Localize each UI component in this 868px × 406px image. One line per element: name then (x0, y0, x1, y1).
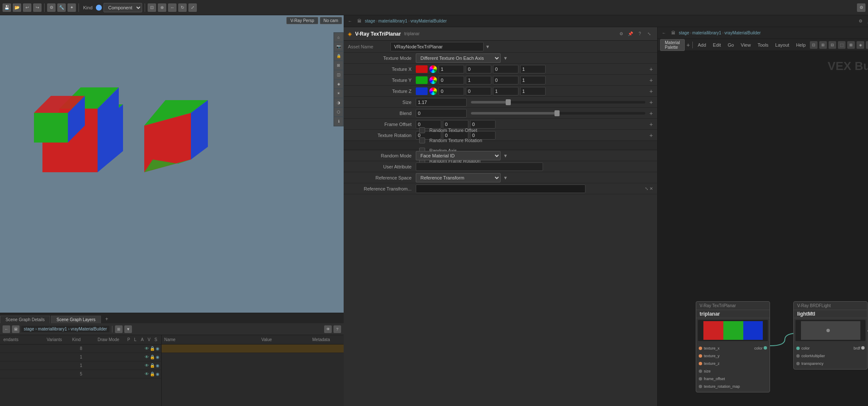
ng-stage-icon[interactable]: 🏛 (669, 29, 677, 37)
row-vis-icon[interactable]: ◉ (156, 372, 160, 376)
view-lock-icon[interactable]: 🔒 (334, 52, 343, 60)
view-shade-icon[interactable]: ◑ (334, 98, 343, 107)
blend-input[interactable] (416, 109, 467, 118)
row-lock-icon[interactable]: 🔒 (150, 355, 155, 359)
nav-settings-icon[interactable]: ⚙ (857, 17, 864, 25)
add-tab-btn[interactable]: + (102, 315, 112, 323)
bp-matbuild-link[interactable]: vrayMaterialBuilder (71, 327, 107, 331)
row-vis-icon[interactable]: ◉ (156, 346, 160, 351)
prop-pin-icon[interactable]: 📌 (627, 30, 634, 38)
ng-icon2[interactable]: ⊞ (819, 41, 827, 49)
ng-add-tab[interactable]: + (686, 42, 690, 48)
sg-row[interactable]: 5 👁 🔒 ◉ (0, 370, 161, 378)
texture-y-plus[interactable]: + (650, 77, 653, 84)
ng-menu-layout[interactable]: Layout (773, 42, 792, 48)
prop-help-icon[interactable]: ? (636, 30, 644, 38)
ng-icon6[interactable]: ◈ (857, 41, 864, 49)
random-texture-offset-checkbox[interactable] (419, 127, 425, 133)
bp-stage-icon[interactable]: 🏛 (12, 325, 20, 333)
nav-matlib-link[interactable]: materiallibrary1 (378, 19, 407, 23)
blend-slider[interactable] (471, 112, 645, 115)
row-lock-icon[interactable]: 🔒 (150, 346, 155, 351)
texture-x-g[interactable] (466, 65, 491, 73)
prop-expand-icon[interactable]: ⤡ (645, 30, 653, 38)
texture-x-a[interactable] (520, 65, 546, 73)
row-vis-icon[interactable]: ◉ (156, 355, 160, 359)
nav-stage-link[interactable]: stage (365, 19, 375, 23)
sg-row[interactable]: 1 👁 🔒 ◉ (0, 361, 161, 370)
open-icon[interactable]: 📂 (13, 3, 21, 12)
texture-z-g[interactable] (466, 87, 491, 95)
bp-matlib-link[interactable]: materiallibrary1 (38, 327, 67, 331)
size-plus[interactable]: + (650, 99, 653, 106)
tool2-icon[interactable]: 🔧 (57, 3, 66, 12)
undo-icon[interactable]: ↩ (23, 3, 31, 12)
view-grid-icon[interactable]: ⊞ (334, 61, 343, 70)
bp-help-icon[interactable]: ? (333, 325, 341, 333)
scene-graph-details-tab[interactable]: Scene Graph Details (0, 316, 50, 323)
row-lock-icon[interactable]: 🔒 (150, 363, 155, 368)
bp-eye-icon[interactable]: 👁 (324, 325, 332, 333)
ng-nav-back[interactable]: ← (660, 29, 668, 37)
triplanar-node[interactable]: V-Ray TexTriPlanar triplanar (696, 301, 770, 392)
redo-icon[interactable]: ↪ (33, 3, 42, 12)
ng-icon4[interactable]: ⬚ (838, 41, 846, 49)
transform-icon[interactable]: ↔ (168, 3, 176, 12)
texture-mode-select[interactable]: Different Texture On Each Axis (416, 53, 501, 63)
nav-pin-icon[interactable]: 📌 (866, 17, 868, 25)
random-mode-select[interactable]: Face Material ID (416, 151, 501, 160)
size-slider[interactable] (471, 101, 645, 104)
view-cam-icon[interactable]: 📷 (334, 42, 343, 51)
viewport[interactable]: V-Ray Persp No cam (0, 15, 344, 313)
row-eye-icon[interactable]: 👁 (145, 372, 149, 376)
view-light-icon[interactable]: ☀ (334, 89, 343, 98)
texture-z-colorwheel[interactable] (429, 87, 437, 95)
select-icon[interactable]: ⊕ (158, 3, 166, 12)
row-eye-icon[interactable]: 👁 (145, 355, 149, 359)
kind-dropdown[interactable]: Component (104, 3, 142, 12)
ng-matlib-link[interactable]: materiallibrary1 (692, 31, 721, 35)
bp-filter-icon[interactable]: ▼ (124, 325, 132, 333)
view-info-icon[interactable]: ℹ (334, 117, 343, 126)
ng-stage-link[interactable]: stage (679, 31, 689, 35)
texture-x-b[interactable] (493, 65, 518, 73)
node-graph-canvas[interactable]: VEX Builder V-Ray TexTriPlanar triplanar (658, 51, 868, 406)
texture-y-colorwheel[interactable] (429, 76, 437, 84)
row-lock-icon[interactable]: 🔒 (150, 372, 155, 376)
bp-nav-back[interactable]: ← (3, 325, 10, 333)
scale-icon[interactable]: ⤢ (188, 3, 197, 12)
tool1-icon[interactable]: ⚙ (47, 3, 56, 12)
texture-y-b[interactable] (493, 76, 518, 84)
random-texture-rotation-checkbox[interactable] (419, 137, 425, 143)
ng-icon1[interactable]: ⊡ (810, 41, 818, 49)
ng-tab-matpalette[interactable]: Material Palette (660, 39, 685, 51)
asset-name-input[interactable] (390, 42, 484, 51)
snap-icon[interactable]: ⊡ (148, 3, 156, 12)
user-attribute-input[interactable] (416, 162, 543, 171)
view-disp-icon[interactable]: ◫ (334, 70, 343, 79)
texture-y-g[interactable] (466, 76, 491, 84)
texture-y-a[interactable] (520, 76, 546, 84)
nav-matbuild-link[interactable]: vrayMaterialBuilder (411, 19, 447, 23)
prop-settings-icon[interactable]: ⚙ (617, 30, 625, 38)
ng-menu-tools[interactable]: Tools (755, 42, 771, 48)
ng-menu-view[interactable]: View (738, 42, 753, 48)
bp-stage-link[interactable]: stage (24, 327, 34, 331)
texture-z-r[interactable] (439, 87, 464, 95)
nv-selected-row[interactable] (162, 344, 344, 353)
lightmtl-node[interactable]: V-Ray BRDFLight lightMtl color (793, 301, 868, 370)
camera-btn[interactable]: No cam (320, 17, 342, 24)
nav-stage-icon[interactable]: 🏛 (356, 17, 363, 25)
view-render-icon[interactable]: ◈ (334, 80, 343, 88)
texture-z-b[interactable] (493, 87, 518, 95)
nav-back-icon[interactable]: ← (346, 17, 354, 25)
texture-z-a[interactable] (520, 87, 546, 95)
ng-menu-help[interactable]: Help (793, 42, 808, 48)
texture-x-swatch[interactable] (416, 65, 428, 73)
asset-name-dropdown-arrow[interactable]: ▼ (485, 44, 490, 49)
texture-z-plus[interactable]: + (650, 88, 653, 95)
ng-icon5[interactable]: ⊠ (847, 41, 855, 49)
ng-menu-add[interactable]: Add (695, 42, 709, 48)
view-wire-icon[interactable]: ⬡ (334, 108, 343, 116)
sg-row[interactable]: 8 👁 🔒 ◉ (0, 344, 161, 353)
